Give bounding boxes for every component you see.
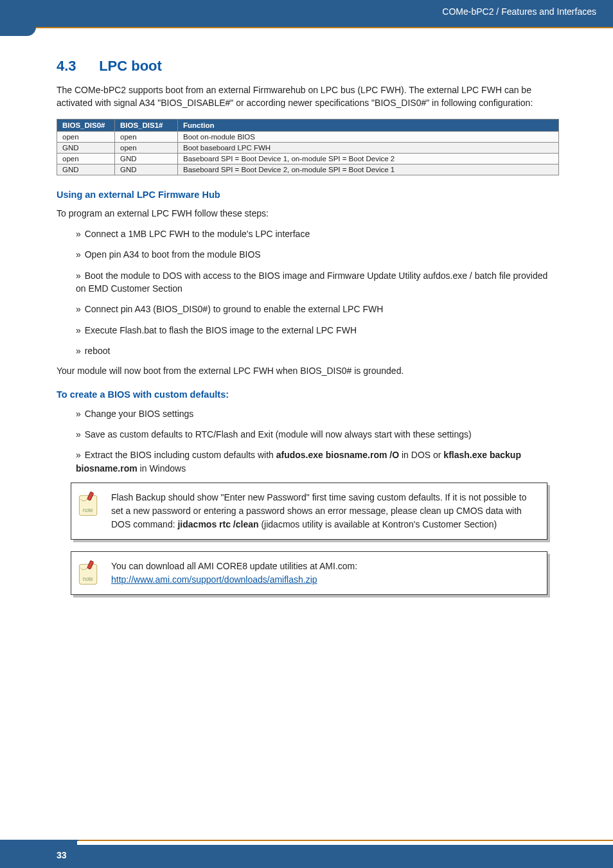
list-item: » Open pin A34 to boot from the module B… bbox=[76, 248, 559, 261]
note-icon: note bbox=[76, 491, 101, 518]
list-item: » Connect pin A43 (BIOS_DIS0#) to ground… bbox=[76, 303, 559, 315]
table-row: GND GND Baseboard SPI = Boot Device 2, o… bbox=[57, 164, 559, 175]
header-bar: COMe-bPC2 / Features and Interfaces bbox=[0, 0, 613, 27]
th-function: Function bbox=[178, 119, 559, 131]
list-item: » Extract the BIOS including custom defa… bbox=[76, 448, 559, 475]
section-number: 4.3 bbox=[57, 58, 95, 75]
sub2-heading: To create a BIOS with custom defaults: bbox=[57, 389, 559, 400]
list-item: » Save as custom defaults to RTC/Flash a… bbox=[76, 428, 559, 441]
table-row: GND open Boot baseboard LPC FWH bbox=[57, 142, 559, 153]
header-corner-tab bbox=[0, 0, 36, 36]
footer-accent-line bbox=[78, 840, 613, 841]
page-number: 33 bbox=[57, 850, 67, 860]
list-item: » Change your BIOS settings bbox=[76, 407, 559, 420]
sub1-lead: To program an external LPC FWH follow th… bbox=[57, 208, 559, 220]
sub2-steps: » Change your BIOS settings » Save as cu… bbox=[76, 407, 559, 475]
section-title: LPC boot bbox=[99, 58, 162, 74]
header-underline bbox=[0, 27, 613, 28]
bios-config-table: BIOS_DIS0# BIOS_DIS1# Function open open… bbox=[57, 119, 559, 175]
ami-download-link[interactable]: http://www.ami.com/support/downloads/ami… bbox=[111, 574, 317, 585]
section-heading: 4.3 LPC boot bbox=[57, 58, 559, 75]
footer-gap bbox=[77, 841, 613, 845]
th-dis0: BIOS_DIS0# bbox=[57, 119, 115, 131]
header-breadcrumb: COMe-bPC2 / Features and Interfaces bbox=[442, 6, 596, 17]
svg-text:note: note bbox=[83, 508, 93, 513]
table-row: open open Boot on-module BIOS bbox=[57, 131, 559, 142]
note-2-text: You can download all AMI CORE8 update ut… bbox=[111, 557, 360, 589]
table-row: open GND Baseboard SPI = Boot Device 1, … bbox=[57, 153, 559, 164]
sub1-steps: » Connect a 1MB LPC FWH to the module's … bbox=[76, 227, 559, 357]
list-item: » Connect a 1MB LPC FWH to the module's … bbox=[76, 227, 559, 240]
section-intro: The COMe-bPC2 supports boot from an exte… bbox=[57, 84, 559, 110]
list-item: » Boot the module to DOS with access to … bbox=[76, 269, 559, 296]
table-header-row: BIOS_DIS0# BIOS_DIS1# Function bbox=[57, 119, 559, 131]
note-1-text: Flash Backup should show "Enter new Pass… bbox=[111, 488, 538, 534]
list-item: » reboot bbox=[76, 344, 559, 357]
th-dis1: BIOS_DIS1# bbox=[115, 119, 178, 131]
note-box-2: note You can download all AMI CORE8 upda… bbox=[71, 551, 547, 595]
note-icon: note bbox=[76, 560, 101, 587]
list-item: » Execute Flash.bat to flash the BIOS im… bbox=[76, 324, 559, 337]
note-box-1: note Flash Backup should show "Enter new… bbox=[71, 483, 547, 540]
sub1-heading: Using an external LPC Firmware Hub bbox=[57, 190, 559, 200]
sub1-closing: Your module will now boot from the exter… bbox=[57, 365, 559, 378]
content-area: 4.3 LPC boot The COMe-bPC2 supports boot… bbox=[57, 58, 559, 607]
page: COMe-bPC2 / Features and Interfaces 4.3 … bbox=[0, 0, 613, 868]
svg-text:note: note bbox=[83, 576, 93, 582]
